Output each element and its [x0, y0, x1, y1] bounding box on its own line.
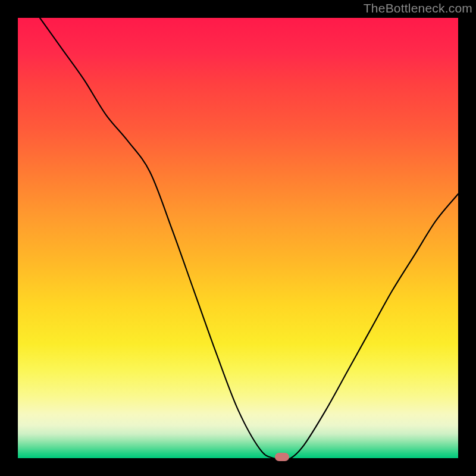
plot-area — [18, 18, 458, 458]
watermark-label: TheBottleneck.com — [364, 1, 472, 15]
optimal-marker — [275, 453, 289, 461]
chart-container: TheBottleneck.com — [0, 0, 476, 476]
